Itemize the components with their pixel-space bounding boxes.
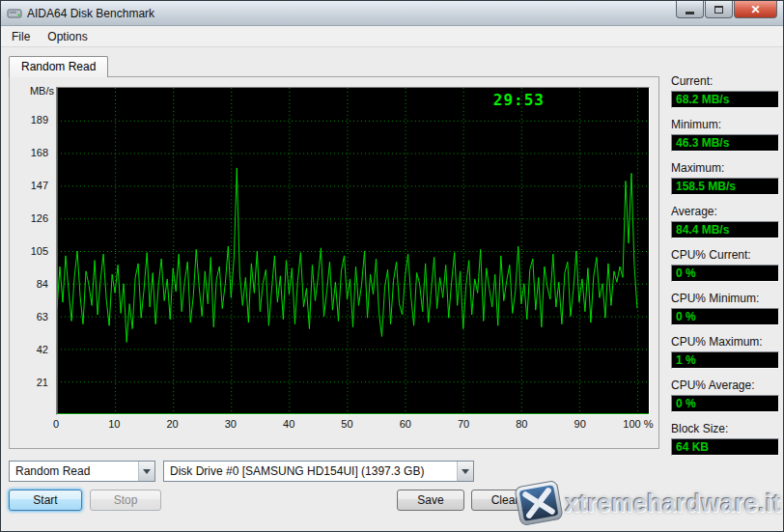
stat-value: 158.5 MB/s xyxy=(671,178,779,195)
y-axis-labels: 18916814712610584634221 xyxy=(10,77,52,448)
chart-panel: MB/s 18916814712610584634221 29:53 01020… xyxy=(9,76,659,449)
y-tick-label: 42 xyxy=(10,344,52,355)
stats-panel: Current: 68.2 MB/s Minimum: 46.3 MB/s Ma… xyxy=(671,47,779,532)
close-icon: ✕ xyxy=(750,3,760,16)
app-window: AIDA64 Disk Benchmark ✕ File Options Ran… xyxy=(0,0,784,532)
minimize-icon xyxy=(686,12,694,14)
chevron-down-icon xyxy=(143,469,151,474)
test-type-select[interactable]: Random Read xyxy=(9,461,155,482)
save-button[interactable]: Save xyxy=(397,490,464,511)
x-tick-label: 30 xyxy=(225,418,237,430)
stat-label: Block Size: xyxy=(671,422,779,435)
stat-maximum: Maximum: 158.5 MB/s xyxy=(671,161,779,195)
x-tick-label: 60 xyxy=(400,418,411,430)
benchmark-plot-svg xyxy=(57,88,649,414)
y-tick-label: 21 xyxy=(10,377,52,388)
stat-label: CPU% Minimum: xyxy=(671,292,779,305)
chevron-down-icon xyxy=(462,469,469,474)
tab-bar: Random Read xyxy=(9,55,659,76)
stat-block-size: Block Size: 64 KB xyxy=(671,422,779,456)
selector-row: Random Read Disk Drive #0 [SAMSUNG HD154… xyxy=(9,461,659,482)
action-row: Start Stop Save Clear xyxy=(9,490,659,511)
stat-value: 1 % xyxy=(671,351,779,369)
stat-value: 0 % xyxy=(671,395,779,412)
stat-cpu-minimum: CPU% Minimum: 0 % xyxy=(671,292,779,325)
stat-label: Maximum: xyxy=(671,161,779,175)
x-axis-labels: 0102030405060708090100 % xyxy=(56,418,650,432)
titlebar: AIDA64 Disk Benchmark ✕ xyxy=(1,1,783,26)
stat-minimum: Minimum: 46.3 MB/s xyxy=(671,118,779,152)
stat-cpu-average: CPU% Average: 0 % xyxy=(671,378,779,412)
stat-label: Current: xyxy=(671,74,779,88)
elapsed-time: 29:53 xyxy=(493,91,545,109)
menu-item-options[interactable]: Options xyxy=(39,27,96,46)
tab-random-read[interactable]: Random Read xyxy=(9,56,108,77)
test-type-dropdown-button[interactable] xyxy=(138,462,154,481)
stat-label: Minimum: xyxy=(671,118,779,131)
x-tick-label: 40 xyxy=(283,418,294,430)
stat-label: Average: xyxy=(671,205,779,218)
x-tick-label: 50 xyxy=(341,418,352,430)
x-tick-label: 100 % xyxy=(623,418,653,430)
y-tick-label: 189 xyxy=(10,114,52,126)
drive-select[interactable]: Disk Drive #0 [SAMSUNG HD154UI] (1397.3 … xyxy=(163,461,474,482)
stat-value: 0 % xyxy=(671,265,779,282)
stat-value: 46.3 MB/s xyxy=(671,134,779,152)
window-title: AIDA64 Disk Benchmark xyxy=(27,7,154,20)
menu-item-file[interactable]: File xyxy=(3,27,39,46)
x-tick-label: 0 xyxy=(53,418,59,430)
x-tick-label: 20 xyxy=(166,418,178,430)
stat-value: 84.4 MB/s xyxy=(671,221,779,238)
y-tick-label: 147 xyxy=(10,180,52,191)
main-content: Random Read MB/s 18916814712610584634221… xyxy=(1,47,783,532)
maximize-button[interactable] xyxy=(705,1,733,18)
drive-select-value: Disk Drive #0 [SAMSUNG HD154UI] (1397.3 … xyxy=(164,464,457,478)
stat-average: Average: 84.4 MB/s xyxy=(671,205,779,238)
benchmark-area: Random Read MB/s 18916814712610584634221… xyxy=(9,47,659,532)
close-button[interactable]: ✕ xyxy=(734,1,777,18)
stat-cpu-current: CPU% Current: 0 % xyxy=(671,248,779,282)
app-disk-icon xyxy=(7,6,22,21)
maximize-icon xyxy=(714,6,723,14)
x-tick-label: 10 xyxy=(108,418,120,430)
stop-button[interactable]: Stop xyxy=(90,490,161,511)
x-tick-label: 90 xyxy=(574,418,586,430)
y-tick-label: 168 xyxy=(10,147,52,158)
clear-button[interactable]: Clear xyxy=(471,490,539,511)
plot-area: 29:53 xyxy=(56,87,650,415)
menubar: File Options xyxy=(1,26,783,47)
stat-label: CPU% Maximum: xyxy=(671,335,779,349)
minimize-button[interactable] xyxy=(676,1,704,18)
stat-value: 68.2 MB/s xyxy=(671,91,779,108)
stat-label: CPU% Current: xyxy=(671,248,779,262)
stat-label: CPU% Average: xyxy=(671,378,779,392)
y-tick-label: 126 xyxy=(10,212,52,224)
test-type-value: Random Read xyxy=(10,464,138,478)
y-tick-label: 105 xyxy=(10,245,52,257)
x-tick-label: 80 xyxy=(516,418,527,430)
x-tick-label: 70 xyxy=(458,418,469,430)
stat-value: 64 KB xyxy=(671,438,779,456)
start-button[interactable]: Start xyxy=(9,490,82,511)
stat-cpu-maximum: CPU% Maximum: 1 % xyxy=(671,335,779,369)
y-tick-label: 84 xyxy=(10,278,52,290)
y-tick-label: 63 xyxy=(10,311,52,322)
stat-value: 0 % xyxy=(671,308,779,325)
stat-current: Current: 68.2 MB/s xyxy=(671,74,779,108)
drive-dropdown-button[interactable] xyxy=(457,462,473,481)
